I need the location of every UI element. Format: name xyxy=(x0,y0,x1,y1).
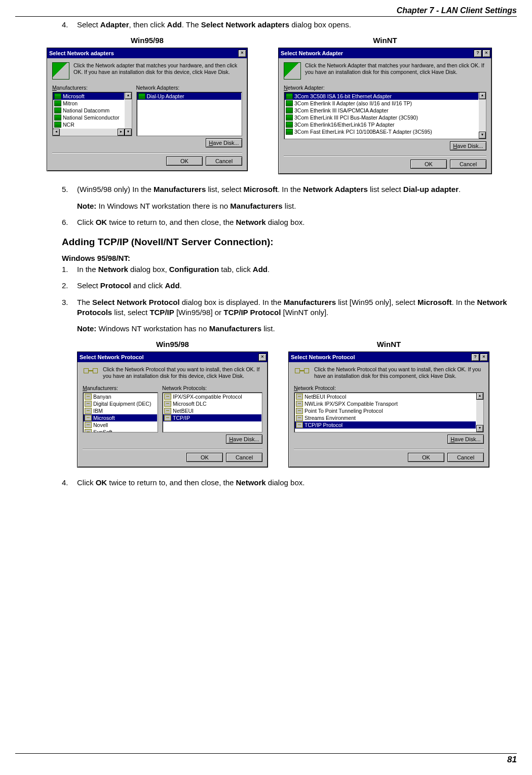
list-item[interactable]: Dial-Up Adapter xyxy=(137,93,242,100)
protocol-item-icon xyxy=(296,401,303,407)
manufacturers-listbox[interactable]: BanyanDigital Equipment (DEC)IBMMicrosof… xyxy=(83,392,158,433)
list-item[interactable]: NWLink IPX/SPX Compatible Transport xyxy=(295,400,476,407)
scrollbar-vertical[interactable]: ▴ ▾ xyxy=(125,92,132,136)
scroll-left-icon[interactable]: ◂ xyxy=(53,129,60,136)
list-item[interactable]: Digital Equipment (DEC) xyxy=(84,400,157,407)
network-adapter-label: Network Adapter: xyxy=(284,85,486,91)
adapter-item-icon xyxy=(54,122,61,128)
list-item-label: IPX/SPX-compatible Protocol xyxy=(173,394,242,400)
list-item[interactable]: IBM xyxy=(84,407,157,414)
scrollbar-vertical[interactable]: ▴ ▾ xyxy=(479,92,486,139)
protocol-item-icon xyxy=(296,394,303,400)
help-icon[interactable]: ? xyxy=(471,354,479,361)
adapter-item-icon xyxy=(286,122,293,128)
cancel-button[interactable]: Cancel xyxy=(447,453,484,462)
dialog-col-win9598: Win95/98 Select Network adapters × Click… xyxy=(47,36,248,174)
list-item[interactable]: Point To Point Tunneling Protocol xyxy=(295,407,476,414)
have-disk-button[interactable]: Have Disk... xyxy=(206,138,242,147)
list-item[interactable]: Streams Environment xyxy=(295,414,476,421)
step-text: The Select Network Protocol dialog box i… xyxy=(77,297,512,318)
titlebar: Select Network Protocol × xyxy=(78,352,268,362)
page-footer: 81 xyxy=(15,753,517,765)
list-item[interactable]: NetBEUI Protocol xyxy=(295,393,476,400)
scroll-up-icon[interactable]: ▴ xyxy=(476,393,483,400)
list-item[interactable]: 3Com Fast EtherLink PCI 10/100BASE-T Ada… xyxy=(285,128,478,135)
close-icon[interactable]: × xyxy=(258,354,267,361)
scroll-up-icon[interactable]: ▴ xyxy=(479,92,486,99)
list-item[interactable]: 3Com 3C508 ISA 16-bit Ethernet Adapter xyxy=(285,93,478,100)
protocols-items-2a: IPX/SPX-compatible ProtocolMicrosoft DLC… xyxy=(163,393,262,432)
list-item[interactable]: TCP/IP Protocol xyxy=(295,421,476,429)
adapter-icon xyxy=(284,62,301,80)
scrollbar-vertical[interactable]: ▴ ▾ xyxy=(476,393,483,432)
have-disk-button[interactable]: Have Disk... xyxy=(447,435,484,444)
adapter-item-icon xyxy=(286,129,293,135)
list-item-label: Novell xyxy=(93,422,108,428)
list-item[interactable]: 3Com EtherLink III PCI Bus-Master Adapte… xyxy=(285,114,478,121)
cancel-button[interactable]: Cancel xyxy=(206,157,242,166)
ok-button[interactable]: OK xyxy=(166,157,203,166)
scroll-down-icon[interactable]: ▾ xyxy=(479,132,486,139)
list-item[interactable]: 3Com Etherlink16/EtherLink16 TP Adapter xyxy=(285,121,478,128)
step-6: 6. Click OK twice to return to, and then… xyxy=(62,217,512,227)
list-item[interactable]: NetBEUI xyxy=(163,407,261,414)
ok-button[interactable]: OK xyxy=(410,160,447,169)
header-rule xyxy=(15,16,517,17)
scroll-down-icon[interactable]: ▾ xyxy=(125,129,132,136)
step-number: 2. xyxy=(62,281,77,291)
list-item[interactable]: Banyan xyxy=(84,393,157,400)
list-item[interactable]: 3Com Etherlink II Adapter (also II/16 an… xyxy=(285,100,478,107)
dialog-label-winnt: WinNT xyxy=(377,340,401,348)
dialog-separator xyxy=(52,152,242,153)
note-stepb3: Note: Windows NT workstation has no Manu… xyxy=(77,324,512,334)
protocols-listbox[interactable]: IPX/SPX-compatible ProtocolMicrosoft DLC… xyxy=(162,392,262,433)
close-icon[interactable]: × xyxy=(482,50,490,57)
scroll-up-icon[interactable]: ▴ xyxy=(125,92,132,99)
list-item[interactable]: Microsoft DLC xyxy=(163,400,261,407)
list-item[interactable]: 3Com Etherlink III ISA/PCMCIA Adapter xyxy=(285,107,478,114)
adapters-listbox[interactable]: Dial-Up Adapter xyxy=(136,92,243,136)
ok-button[interactable]: OK xyxy=(186,453,223,462)
protocol-item-icon xyxy=(85,408,92,414)
list-item[interactable]: National Semiconductor xyxy=(53,114,124,121)
list-item[interactable]: Microsoft xyxy=(84,414,157,421)
dialog-title: Select Network Protocol xyxy=(80,354,144,360)
scroll-right-icon[interactable]: ▸ xyxy=(118,129,125,136)
close-icon[interactable]: × xyxy=(238,50,246,57)
list-item[interactable]: TCP/IP xyxy=(163,414,261,421)
protocol-item-icon xyxy=(85,394,92,400)
have-disk-button[interactable]: Have Disk... xyxy=(450,141,486,150)
list-item[interactable]: NCR xyxy=(53,121,124,128)
adapter-item-icon xyxy=(286,100,293,106)
have-disk-button[interactable]: Have Disk... xyxy=(226,435,262,444)
manufacturers-listbox[interactable]: MicrosoftMitronNational DatacommNational… xyxy=(52,92,132,136)
dialog-description: Click the Network Protocol that you want… xyxy=(314,366,484,379)
network-protocol-listbox[interactable]: NetBEUI ProtocolNWLink IPX/SPX Compatibl… xyxy=(294,392,484,433)
dialog-title: Select Network Adapter xyxy=(281,50,343,56)
cancel-button[interactable]: Cancel xyxy=(226,453,262,462)
dialog-title: Select Network adapters xyxy=(49,50,114,56)
list-item-label: 3Com Etherlink16/EtherLink16 TP Adapter xyxy=(294,122,394,128)
adapter-dialogs-row: Win95/98 Select Network adapters × Click… xyxy=(47,36,512,174)
list-item[interactable]: SunSoft xyxy=(84,429,157,432)
adapter-item-icon xyxy=(138,93,145,99)
list-item[interactable]: National Datacomm xyxy=(53,107,124,114)
protocol-item-icon xyxy=(85,429,92,432)
close-icon[interactable]: × xyxy=(480,354,488,361)
list-item[interactable]: IPX/SPX-compatible Protocol xyxy=(163,393,261,400)
step-b1: 1. In the Network dialog box, Configurat… xyxy=(62,264,512,275)
list-item[interactable]: Mitron xyxy=(53,100,124,107)
protocol-item-icon xyxy=(296,408,303,414)
list-item-label: Point To Point Tunneling Protocol xyxy=(305,408,383,414)
scrollbar-horizontal[interactable]: ◂ ▸ xyxy=(53,129,125,136)
cancel-button[interactable]: Cancel xyxy=(450,160,486,169)
scroll-down-icon[interactable]: ▾ xyxy=(476,425,483,432)
step-b4: 4. Click OK twice to return to, and then… xyxy=(62,478,512,488)
step-text: Click OK twice to return to, and then cl… xyxy=(77,217,512,227)
help-icon[interactable]: ? xyxy=(474,50,482,57)
dialog-col-winnt: WinNT Select Network Adapter ? × Click t… xyxy=(278,36,492,174)
ok-button[interactable]: OK xyxy=(408,453,444,462)
list-item[interactable]: Microsoft xyxy=(53,93,124,100)
list-item[interactable]: Novell xyxy=(84,421,157,429)
network-adapter-listbox[interactable]: 3Com 3C508 ISA 16-bit Ethernet Adapter3C… xyxy=(284,92,486,139)
